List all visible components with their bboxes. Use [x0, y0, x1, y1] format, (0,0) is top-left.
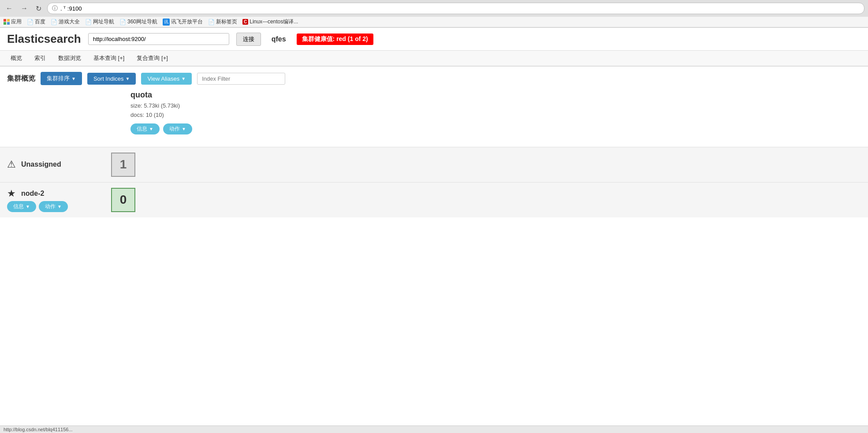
browser-status-bar: http://blog.csdn.net/blq411156...	[0, 426, 868, 433]
cluster-overview-header: 集群概览 集群排序 ▼ Sort Indices ▼ View Aliases …	[7, 72, 861, 85]
node2-action-dropdown-icon: ▼	[57, 204, 62, 209]
bookmark-newtab[interactable]: 📄 新标签页	[208, 18, 237, 26]
bookmark-games-label: 游戏大全	[59, 18, 80, 26]
bookmark-apps[interactable]: 应用	[4, 18, 22, 26]
bookmark-360nav-label: 360网址导航	[127, 18, 157, 26]
tab-overview[interactable]: 概览	[4, 51, 28, 66]
bookmark-nav[interactable]: 📄 网址导航	[85, 18, 114, 26]
apps-grid-icon	[4, 19, 10, 25]
node2-buttons: 信息 ▼ 动作 ▼	[7, 201, 104, 212]
centos-icon: C	[242, 19, 248, 25]
warning-icon: ⚠	[7, 159, 16, 170]
page-icon: 📄	[51, 19, 57, 25]
node2-row: ★ node-2 信息 ▼ 动作 ▼ 0	[0, 182, 868, 217]
index-name: quota	[130, 90, 861, 100]
browser-toolbar: ← → ↻ ⓘ	[0, 0, 868, 17]
cluster-overview-title: 集群概览	[7, 74, 35, 83]
bookmark-centos-label: Linux---centos编译...	[250, 18, 298, 26]
tab-data-browse[interactable]: 数据浏览	[52, 51, 87, 66]
app-container: Elasticsearch 连接 qfes 集群健康值: red (1 of 2…	[0, 28, 868, 433]
sort-indices-dropdown-icon: ▼	[126, 76, 130, 81]
node2-info-button[interactable]: 信息 ▼	[7, 201, 36, 212]
node2-shard-box: 0	[111, 188, 135, 212]
page-icon: 📄	[208, 19, 215, 25]
app-header: Elasticsearch 连接 qfes 集群健康值: red (1 of 2…	[0, 28, 868, 51]
nodes-container: ⚠ Unassigned 1 ★ node-2 信息 ▼	[0, 147, 868, 217]
address-bar-container: ⓘ	[47, 3, 864, 14]
sort-indices-label: Sort Indices	[93, 75, 124, 82]
cluster-section: 集群概览 集群排序 ▼ Sort Indices ▼ View Aliases …	[0, 67, 868, 147]
index-filter-input[interactable]	[197, 73, 285, 85]
index-action-button[interactable]: 动作 ▼	[163, 123, 192, 134]
browser-chrome: ← → ↻ ⓘ 应用 📄 百度 📄 游戏大全 📄 网址导航 📄 360网址	[0, 0, 868, 28]
bookmark-games[interactable]: 📄 游戏大全	[51, 18, 80, 26]
url-input[interactable]	[88, 33, 229, 45]
connect-button[interactable]: 连接	[236, 33, 261, 46]
view-aliases-label: View Aliases	[147, 75, 179, 82]
refresh-button[interactable]: ↻	[34, 4, 44, 14]
node2-info-label: 信息	[13, 203, 24, 210]
back-button[interactable]: ←	[4, 4, 15, 13]
tab-indices[interactable]: 索引	[28, 51, 52, 66]
tab-basic-query[interactable]: 基本查询 [+]	[87, 51, 130, 66]
forward-button[interactable]: →	[19, 4, 30, 13]
unassigned-node-row: ⚠ Unassigned 1	[0, 147, 868, 182]
status-url: http://blog.csdn.net/blq411156...	[4, 427, 73, 432]
node2-name: node-2	[21, 190, 83, 198]
bookmark-nav-label: 网址导航	[93, 18, 114, 26]
index-info-label: 信息	[137, 125, 147, 133]
bookmark-360nav[interactable]: 📄 360网址导航	[119, 18, 157, 26]
bookmark-baidu[interactable]: 📄 百度	[27, 18, 45, 26]
node2-info-dropdown-icon: ▼	[26, 204, 30, 209]
index-info-button[interactable]: 信息 ▼	[130, 123, 160, 134]
view-aliases-dropdown-icon: ▼	[181, 76, 186, 81]
info-icon: ⓘ	[52, 4, 58, 12]
bookmark-newtab-label: 新标签页	[216, 18, 237, 26]
bookmark-xunfei[interactable]: 讯 讯飞开放平台	[163, 18, 203, 26]
page-icon: 📄	[85, 19, 92, 25]
cluster-sort-label: 集群排序	[47, 75, 70, 82]
index-action-label: 动作	[169, 125, 180, 133]
page-icon: 📄	[27, 19, 34, 25]
bookmark-centos[interactable]: C Linux---centos编译...	[242, 18, 298, 26]
star-icon: ★	[7, 188, 16, 199]
index-docs: docs: 10 (10)	[130, 111, 861, 120]
address-bar[interactable]	[60, 5, 860, 12]
cluster-name: qfes	[272, 35, 286, 43]
bookmark-apps-label: 应用	[11, 18, 22, 26]
unassigned-node-left: ⚠ Unassigned	[7, 159, 104, 170]
xunfei-icon: 讯	[163, 19, 170, 26]
index-section: quota size: 5.73ki (5.73ki) docs: 10 (10…	[130, 90, 861, 134]
bookmark-xunfei-label: 讯飞开放平台	[171, 18, 203, 26]
sort-indices-button[interactable]: Sort Indices ▼	[87, 73, 136, 85]
bookmark-baidu-label: 百度	[35, 18, 45, 26]
bookmarks-bar: 应用 📄 百度 📄 游戏大全 📄 网址导航 📄 360网址导航 讯 讯飞开放平台…	[0, 17, 868, 27]
index-size: size: 5.73ki (5.73ki)	[130, 101, 861, 111]
node2-left: ★ node-2 信息 ▼ 动作 ▼	[7, 188, 104, 212]
page-icon: 📄	[119, 19, 126, 25]
nav-tabs: 概览 索引 数据浏览 基本查询 [+] 复合查询 [+]	[0, 51, 868, 67]
node2-action-label: 动作	[45, 203, 56, 210]
view-aliases-button[interactable]: View Aliases ▼	[141, 73, 192, 85]
index-action-dropdown-icon: ▼	[182, 127, 186, 131]
unassigned-node-name: Unassigned	[21, 161, 83, 168]
health-badge: 集群健康值: red (1 of 2)	[297, 34, 373, 45]
tab-complex-query[interactable]: 复合查询 [+]	[130, 51, 174, 66]
index-actions: 信息 ▼ 动作 ▼	[130, 123, 861, 134]
app-title: Elasticsearch	[7, 32, 81, 46]
unassigned-node-info-row: ⚠ Unassigned	[7, 159, 104, 170]
cluster-sort-button[interactable]: 集群排序 ▼	[41, 72, 82, 85]
node2-info-row: ★ node-2	[7, 188, 104, 199]
node2-action-button[interactable]: 动作 ▼	[39, 201, 68, 212]
unassigned-shard-box: 1	[111, 153, 135, 177]
index-info-dropdown-icon: ▼	[149, 127, 153, 131]
cluster-sort-dropdown-icon: ▼	[71, 76, 76, 81]
